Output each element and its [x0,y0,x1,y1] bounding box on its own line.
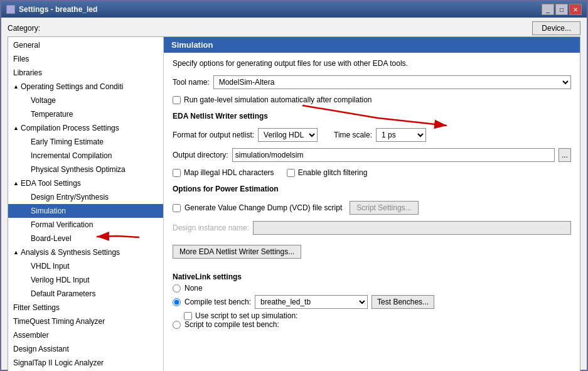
compile-bench-radio[interactable] [173,298,181,306]
expand-icon: ▲ [13,247,19,258]
sidebar-item-design-assistant[interactable]: Design Assistant [8,342,163,356]
gate-level-checkbox[interactable] [173,96,181,104]
test-benches-button[interactable]: Test Benches... [372,295,434,309]
script-compile-row: Script to compile test bench: [173,320,571,329]
compile-bench-label: Compile test bench: [184,298,251,306]
script-settings-button[interactable]: Script Settings... [350,201,418,215]
sidebar-item-label: EDA Tool Settings [21,178,81,189]
map-illegal-checkbox[interactable] [173,169,181,177]
sidebar-item-signaltap[interactable]: SignalTap II Logic Analyzer [8,356,163,370]
use-script-label: Use script to set up simulation: [195,311,297,320]
sidebar-item-libraries[interactable]: Libraries [8,66,163,80]
sidebar-item-label: Analysis & Synthesis Settings [21,247,120,258]
maximize-button[interactable]: □ [555,4,568,15]
right-panel: Simulation Specify options for generatin… [164,37,580,371]
expand-icon: ▲ [13,81,19,92]
title-bar: Settings - breathe_led _ □ ✕ [1,1,587,18]
sidebar-item-temperature[interactable]: Temperature [8,107,163,121]
sidebar-item-vhdl-input[interactable]: VHDL Input [8,259,163,273]
nativelink-section: NativeLink settings None Compile test be… [173,270,571,331]
design-instance-label: Design instance name: [173,223,249,232]
more-eda-button[interactable]: More EDA Netlist Writer Settings... [173,245,301,259]
minimize-button[interactable]: _ [542,4,554,15]
compile-bench-row: Compile test bench: breathe_led_tb Test … [173,295,571,309]
use-script-row: Use script to set up simulation: [184,311,571,320]
sidebar-item-label: Operating Settings and Conditi [21,81,123,92]
design-instance-input[interactable] [253,221,571,235]
vcd-row: Generate Value Change Dump (VCD) file sc… [173,201,571,215]
enable-glitch-checkbox[interactable] [287,169,295,177]
sidebar-item-design-entry[interactable]: Design Entry/Synthesis [8,190,163,204]
sidebar-item-operating-settings[interactable]: ▲ Operating Settings and Conditi [8,80,163,94]
sidebar-item-default-params[interactable]: Default Parameters [8,287,163,301]
format-select[interactable]: Verilog HDL VHDL [258,128,318,142]
options-row: Map illegal HDL characters Enable glitch… [173,168,571,177]
format-row: Format for output netlist: Verilog HDL V… [173,128,571,142]
nativelink-header: NativeLink settings [173,272,571,281]
sidebar-item-files[interactable]: Files [8,52,163,66]
sidebar-item-board-level[interactable]: Board-Level [8,232,163,245]
sidebar-item-incremental[interactable]: Incremental Compilation [8,149,163,163]
design-instance-row: Design instance name: [173,221,571,235]
eda-netlist-header: EDA Netlist Writer settings [173,112,571,121]
sidebar-item-formal-verification[interactable]: Formal Verification [8,218,163,232]
none-radio[interactable] [173,284,181,293]
output-dir-row: Output directory: simulation/modelsim ..… [173,148,571,162]
output-dir-label: Output directory: [173,151,228,159]
category-label: Category: [8,24,40,33]
sidebar-item-analysis-synthesis[interactable]: ▲ Analysis & Synthesis Settings [8,245,163,259]
sidebar-item-voltage[interactable]: Voltage [8,94,163,107]
main-window: Settings - breathe_led _ □ ✕ Category: D… [0,0,588,371]
sidebar-item-simulation[interactable]: Simulation [8,204,163,218]
title-bar-title: Settings - breathe_led [6,5,97,14]
browse-button[interactable]: ... [559,148,571,162]
device-button[interactable]: Device... [532,21,580,35]
enable-glitch-label: Enable glitch filtering [298,168,368,177]
sidebar-item-assembler[interactable]: Assembler [8,328,163,342]
sidebar-item-physical-synthesis[interactable]: Physical Synthesis Optimiza [8,163,163,176]
window-controls: _ □ ✕ [542,4,582,15]
expand-icon: ▲ [13,122,19,134]
window-title: Settings - breathe_led [19,5,97,14]
sidebar-item-fitter[interactable]: Fitter Settings [8,301,163,315]
more-eda-row: More EDA Netlist Writer Settings... [173,245,571,259]
sidebar-item-verilog-hdl[interactable]: Verilog HDL Input [8,273,163,287]
output-dir-input[interactable]: simulation/modelsim [232,148,555,162]
sidebar-item-general[interactable]: General [8,38,163,52]
none-label: None [184,284,203,293]
panel-body: Specify options for generating output fi… [164,53,580,338]
sidebar: General Files Libraries ▲ Operating Sett… [8,37,164,371]
script-compile-radio[interactable] [173,321,181,329]
bench-select[interactable]: breathe_led_tb [255,295,368,309]
none-row: None [173,284,571,293]
close-button[interactable]: ✕ [569,4,582,15]
gate-level-row: Run gate-level simulation automatically … [173,95,571,104]
description-text: Specify options for generating output fi… [173,59,571,68]
tool-name-row: Tool name: ModelSim-Altera None ModelSim… [173,75,571,89]
enable-glitch-row: Enable glitch filtering [287,168,368,177]
use-script-checkbox[interactable] [184,312,192,320]
panel-title: Simulation [171,40,213,50]
app-icon [6,5,15,14]
top-bar: Category: Device... [1,18,587,36]
format-label: Format for output netlist: [173,131,254,139]
sidebar-item-compilation-process[interactable]: ▲ Compilation Process Settings [8,121,163,135]
map-illegal-row: Map illegal HDL characters [173,168,274,177]
sidebar-item-label: Compilation Process Settings [21,122,119,134]
panel-header: Simulation [164,37,580,53]
sidebar-item-eda-tool-settings[interactable]: ▲ EDA Tool Settings [8,176,163,190]
gate-level-label: Run gate-level simulation automatically … [184,95,372,104]
vcd-checkbox[interactable] [173,204,181,212]
time-scale-select[interactable]: 1 ps 10 ps 100 ps 1 ns [376,128,426,142]
script-compile-label: Script to compile test bench: [184,320,279,329]
vcd-label: Generate Value Change Dump (VCD) file sc… [184,203,342,212]
tool-name-label: Tool name: [173,78,210,87]
sidebar-item-early-timing[interactable]: Early Timing Estimate [8,135,163,149]
tool-name-select[interactable]: ModelSim-Altera None ModelSim QuestaSim … [213,75,571,89]
expand-icon: ▲ [13,178,19,189]
time-scale-label: Time scale: [334,131,372,139]
sidebar-item-timequest[interactable]: TimeQuest Timing Analyzer [8,315,163,328]
map-illegal-label: Map illegal HDL characters [184,168,274,177]
power-estimation-label: Options for Power Estimation [173,185,571,193]
content-area: General Files Libraries ▲ Operating Sett… [8,36,580,371]
